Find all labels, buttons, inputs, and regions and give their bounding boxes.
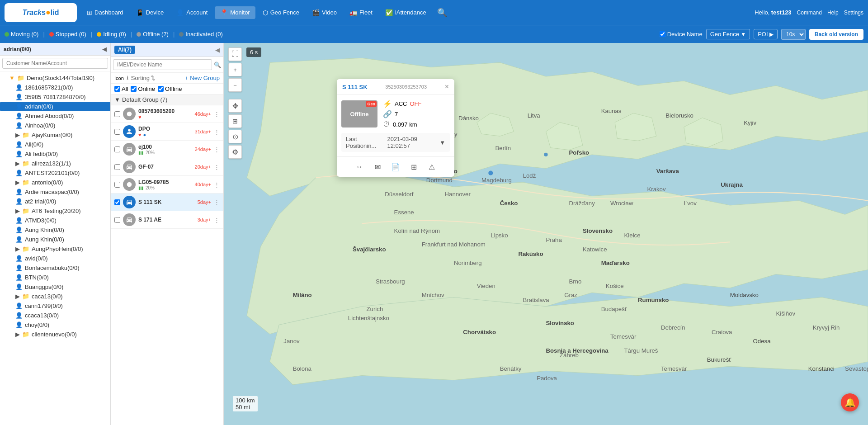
filter-all-checkbox[interactable] (114, 86, 120, 92)
device-item[interactable]: S 171 AE 3day+ ⋮ (111, 211, 223, 229)
sidebar-item-avid[interactable]: 👤 avid(0/0) (0, 254, 110, 263)
device-search-button[interactable]: 🔍 (214, 61, 221, 68)
sidebar-item-ahmed[interactable]: 👤 Ahmed Abood(0/0) (0, 111, 110, 121)
sidebar-item-alireza[interactable]: ▶ 📁 alireza132(1/1) (0, 159, 110, 168)
sort-button[interactable]: Sorting ⇅ (131, 75, 156, 81)
sidebar-item-clientenuevo[interactable]: ▶ 📁 clientenuevo(0/0) (0, 330, 110, 339)
sidebar-item-adrian[interactable]: 👤 adrian(0/0) (0, 102, 110, 111)
layers-button[interactable]: ⊞ (228, 114, 242, 128)
all-badge[interactable]: All(7) (114, 46, 135, 54)
nav-monitor[interactable]: 📍 Monitor (215, 6, 255, 19)
popup-alert-button[interactable]: ⚠ (425, 161, 438, 173)
device-checkbox[interactable] (114, 146, 120, 152)
popup-grid-button[interactable]: ⊞ (407, 161, 420, 173)
popup-route-button[interactable]: ↔ (353, 161, 366, 173)
nav-account[interactable]: 👤 Account (171, 6, 213, 19)
sidebar-item-acc1[interactable]: 👤 18616857821(0/0) (0, 83, 110, 92)
logo[interactable]: Track s ● lid (5, 3, 77, 22)
pan-button[interactable]: ✥ (228, 99, 242, 113)
device-item[interactable]: DPO ♥ ● 31day+ ⋮ (111, 123, 223, 141)
device-checkbox[interactable] (114, 164, 120, 170)
popup-location[interactable]: Last Positionin... 2021-03-09 12:02:57 ▼ (341, 133, 450, 152)
filter-offline[interactable]: Offline (158, 85, 182, 92)
sidebar-item-ajay[interactable]: ▶ 📁 AjayKumar(0/0) (0, 130, 110, 140)
device-checkbox[interactable] (114, 111, 120, 117)
search-button[interactable]: 🔍 (437, 8, 447, 18)
nav-iattendance[interactable]: ✅ iAttendance (380, 6, 432, 19)
status-moving[interactable]: Moving (0) (5, 31, 38, 38)
status-offline[interactable]: Offline (7) (137, 31, 169, 38)
device-checkbox[interactable] (114, 129, 120, 135)
device-more-button[interactable]: ⋮ (214, 128, 220, 135)
notification-bell[interactable]: 🔔 (841, 393, 859, 411)
zoom-out-button[interactable]: − (228, 78, 242, 92)
device-more-button[interactable]: ⋮ (214, 217, 220, 223)
sidebar-item-aung-khin1[interactable]: 👤 Aung Khin(0/0) (0, 225, 110, 235)
device-item[interactable]: GF-07 20day+ ⋮ (111, 158, 223, 176)
interval-select[interactable]: 10s 30s 60s (781, 29, 806, 40)
sidebar-item-antest[interactable]: 👤 ANTEST202101(0/0) (0, 168, 110, 178)
device-checkbox[interactable] (114, 199, 120, 205)
filter-offline-checkbox[interactable] (158, 86, 164, 92)
sidebar-item-aungphyo[interactable]: ▶ 📁 AungPhyoHein(0/0) (0, 244, 110, 254)
device-name-checkbox[interactable] (660, 31, 665, 37)
icon-info-icon[interactable]: ℹ (127, 75, 128, 81)
sidebar-item-demo[interactable]: ▼ 📁 Demo(Stock144/Total190) (0, 73, 110, 83)
tools-button[interactable]: ⚙ (228, 145, 242, 159)
filter-online-checkbox[interactable] (131, 86, 137, 92)
nav-geofence[interactable]: ⬡ Geo Fence (257, 6, 305, 19)
sidebar-item-btn[interactable]: 👤 BTN(0/0) (0, 273, 110, 282)
sidebar-item-at2[interactable]: 👤 at2 trial(0/0) (0, 197, 110, 206)
settings-link[interactable]: Settings (844, 9, 863, 16)
popup-document-button[interactable]: 📄 (389, 161, 402, 173)
zoom-in-button[interactable]: + (228, 63, 242, 76)
sidebar-item-cann1799[interactable]: 👤 cann1799(0/0) (0, 301, 110, 311)
sidebar-item-aung-khin2[interactable]: 👤 Aung Khin(0/0) (0, 235, 110, 244)
sidebar-item-bonfacemabuku[interactable]: 👤 Bonfacemabuku(0/0) (0, 263, 110, 273)
status-inactivated[interactable]: Inactivated (0) (179, 31, 222, 38)
sidebar-item-acc2[interactable]: 👤 35985 70817284870/0) (0, 92, 110, 102)
sidebar-item-buanggps[interactable]: 👤 Buanggps(0/0) (0, 282, 110, 292)
device-more-button[interactable]: ⋮ (214, 111, 220, 118)
sidebar-item-caca13[interactable]: ▶ 📁 caca13(0/0) (0, 292, 110, 301)
popup-message-button[interactable]: ✉ (371, 161, 384, 173)
device-checkbox[interactable] (114, 217, 120, 223)
device-search-input[interactable] (113, 59, 212, 70)
device-more-button[interactable]: ⋮ (214, 181, 220, 188)
fullscreen-button[interactable]: ⛶ (228, 47, 242, 61)
nav-fleet[interactable]: 🚛 Fleet (344, 6, 378, 19)
sidebar-item-atmd3[interactable]: 👤 ATMD3(0/0) (0, 216, 110, 225)
sidebar-item-ainhoa[interactable]: 👤 Ainhoa(0/0) (0, 121, 110, 130)
status-stopped[interactable]: Stopped (0) (49, 31, 86, 38)
sidebar-item-ali[interactable]: 👤 Ali(0/0) (0, 140, 110, 149)
device-checkbox[interactable] (114, 182, 120, 188)
device-item-s111sk[interactable]: S 111 SK 5day+ ⋮ (111, 194, 223, 211)
device-item[interactable]: LG05-09785 ▮▮ 20% 40day+ ⋮ (111, 176, 223, 194)
map-background[interactable]: Hamburg Dánsko Litva Kaunas Bielorusko K… (224, 43, 868, 425)
sidebar-item-antonio[interactable]: ▶ 📁 antonio(0/0) (0, 178, 110, 187)
command-link[interactable]: Command (797, 9, 822, 16)
device-panel-collapse[interactable]: ◀ (215, 47, 220, 53)
device-item[interactable]: ej100 ▮▮ 20% 24day+ ⋮ (111, 141, 223, 158)
status-idling[interactable]: Idling (0) (97, 31, 126, 38)
nav-dashboard[interactable]: ⊞ Dashboard (81, 6, 129, 19)
locate-button[interactable]: ⊙ (228, 130, 242, 143)
sidebar-item-ali-iedib[interactable]: 👤 Ali Iedib(0/0) (0, 149, 110, 159)
nav-video[interactable]: 🎬 Video (307, 6, 342, 19)
new-group-button[interactable]: + New Group (185, 75, 220, 81)
device-name-toggle[interactable]: Device Name (660, 31, 703, 38)
device-more-button[interactable]: ⋮ (214, 199, 220, 206)
sidebar-item-at6[interactable]: ▶ 📁 AT6 Testing(20/20) (0, 206, 110, 216)
device-item[interactable]: 085763605200 ♥ 46day+ ⋮ (111, 105, 223, 123)
sidebar-item-ardie[interactable]: 👤 Ardie macaspac(0/0) (0, 187, 110, 197)
filter-online[interactable]: Online (131, 85, 155, 92)
sidebar-collapse-button[interactable]: ◀ (102, 46, 107, 52)
sidebar-item-choy[interactable]: 👤 choy(0/0) (0, 320, 110, 330)
account-search-input[interactable] (2, 58, 108, 69)
help-link[interactable]: Help (827, 9, 839, 16)
sidebar-item-ccaca13[interactable]: 👤 ccaca13(0/0) (0, 311, 110, 320)
geo-fence-button[interactable]: Geo Fence ▼ (706, 29, 750, 39)
poi-button[interactable]: POI ▶ (754, 29, 778, 39)
device-more-button[interactable]: ⋮ (214, 164, 220, 170)
nav-device[interactable]: 📱 Device (131, 6, 170, 19)
